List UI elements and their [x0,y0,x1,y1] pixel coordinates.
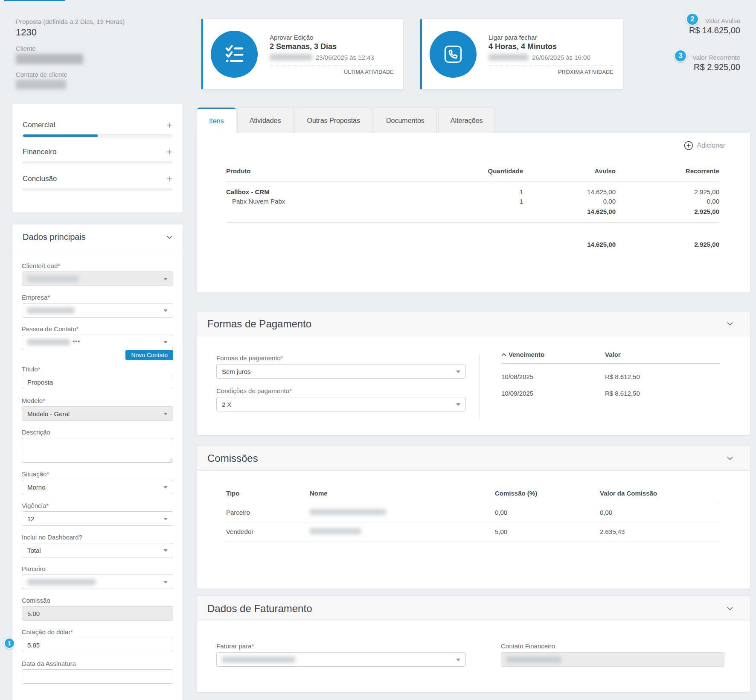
stage-comercial-add-button[interactable]: + [166,121,172,129]
comissao-input[interactable]: 5.00 [22,606,173,621]
items-total-row: 14.625,00 2.925,00 [226,241,719,248]
pessoa-contato-select[interactable]: *** [22,335,173,349]
dropdown-arrow-icon [163,278,168,280]
cliente-lead-label: Cliente/Lead* [22,262,173,269]
col-avulso: Avulso [523,167,616,175]
checklist-icon [211,31,258,78]
contato-financeiro-value-redacted [506,656,561,663]
cotacao-dolar-input-value[interactable] [27,642,168,649]
data-assinatura-input[interactable] [22,669,173,684]
chevron-down-icon[interactable] [727,456,733,460]
col-quantidade: Quantidade [451,167,523,175]
dropdown-arrow-icon [456,370,460,373]
client-contact-label: Contato de cliente [16,71,125,78]
stage-conclusao-label: Conclusão [23,175,57,183]
stage-conclusao-add-button[interactable]: + [166,175,172,183]
dropdown-arrow-icon [163,581,168,583]
cotacao-dolar-label: Cotação do dólar* [22,628,173,636]
valor-avulso-label: Valor Avulso [705,17,740,24]
next-activity-card[interactable]: Ligar para fechar 4 Horas, 4 Minutos 26/… [420,19,623,89]
chevron-down-icon[interactable] [166,235,172,239]
col-valor: Valor [605,351,720,358]
last-activity-title: Aprovar Edição [270,34,394,41]
cotacao-dolar-input[interactable] [22,638,173,652]
vigencia-value: 12 [27,515,35,522]
main-tabs: Itens Atividades Outras Propostas Docume… [197,108,496,133]
resize-grip-icon[interactable] [168,458,172,461]
valor-recorrente-label: Valor Recorrente [692,54,740,61]
empresa-value-redacted [27,307,74,314]
novo-contato-button[interactable]: Novo Contato [125,350,173,360]
condicoes-pagamento-select[interactable]: 2 X [216,397,466,411]
col-comissao-pct: Comissão (%) [495,490,600,497]
next-activity-title: Ligar para fechar [488,34,614,41]
condicoes-pagamento-label: Condições de pagamento* [216,387,466,394]
comissao-value: 5.00 [27,610,40,617]
item-row[interactable]: Callbox - CRM 1 14.625,00 2.925,00 [226,181,719,196]
chevron-down-icon[interactable] [727,607,733,610]
stage-progress-card: Comercial + Financeiro + Conclusão + [12,104,183,213]
dados-principais-title: Dados principais [23,232,86,242]
last-activity-card[interactable]: Aprovar Edição 2 Semanas, 3 Dias 23/06/2… [201,19,403,89]
formas-pagamento-value: Sem juros [222,368,251,375]
itens-panel: Adicionar Produto Quantidade Avulso Reco… [197,133,750,292]
add-circle-icon[interactable] [684,141,693,150]
valor-avulso-value: R$ 14.625,00 [689,26,740,35]
itens-table: Produto Quantidade Avulso Recorrente Cal… [226,167,719,248]
dashboard-value: Total [27,547,41,554]
data-assinatura-input-value[interactable] [27,673,168,680]
faturar-para-select[interactable] [216,652,466,667]
stage-financeiro-add-button[interactable]: + [166,148,172,156]
col-valor-comissao: Valor da Comissão [600,490,719,497]
data-assinatura-label: Data da Assinatura [22,660,173,667]
dropdown-arrow-icon [163,341,168,344]
step-badge-1: 1 [4,638,15,649]
vencimento-row: 10/08/2025 R$ 8.612,50 [501,364,720,380]
col-nome: Nome [310,490,495,497]
stage-financeiro-label: Financeiro [23,148,56,156]
comissoes-table: Tipo Nome Comissão (%) Valor da Comissão… [226,490,719,542]
cliente-lead-select[interactable] [22,271,173,286]
tab-outras-propostas[interactable]: Outras Propostas [295,108,373,133]
last-activity-caption: ÚLTIMA ATIVIDADE [270,69,394,75]
modelo-label: Modelo* [22,397,173,404]
item-row[interactable]: Pabx Nuvem Pabx 1 0,00 0,00 [226,196,719,205]
dropdown-arrow-icon [456,659,460,661]
descricao-textarea[interactable] [22,438,173,463]
col-vencimento-sort[interactable]: Vencimento [501,351,605,358]
contato-financeiro-label: Contato Financeiro [501,642,724,650]
proposal-label: Proposta (definida a 2 Dias, 19 Horas) [16,18,125,25]
next-activity-user-redacted [488,54,529,61]
pessoa-contato-value-redacted [27,339,70,345]
vencimento-row: 10/09/2025 R$ 8.612,50 [501,380,720,397]
situacao-label: Situação* [22,470,173,478]
dados-principais-card: Dados principais Cliente/Lead* Empresa* [12,225,183,700]
tab-itens[interactable]: Itens [197,108,236,133]
empresa-label: Empresa* [22,294,173,301]
situacao-value: Morno [27,484,46,491]
comissao-nome-redacted [310,528,361,534]
faturar-para-value-redacted [222,656,295,663]
comissao-row: Parceiro 0,00 0,00 [226,503,719,522]
dashboard-select[interactable]: Total [22,543,173,557]
tab-atividades[interactable]: Atividades [237,108,294,133]
situacao-select[interactable]: Morno [22,480,173,494]
empresa-select[interactable] [22,303,173,318]
modelo-select[interactable]: Modelo - Geral [22,406,173,421]
adicionar-item-button[interactable]: Adicionar [697,142,725,149]
parceiro-select[interactable] [22,575,173,589]
formas-pagamento-select[interactable]: Sem juros [216,364,466,379]
tab-documentos[interactable]: Documentos [374,108,437,133]
next-activity-duration: 4 Horas, 4 Minutos [488,42,614,51]
chevron-down-icon[interactable] [727,322,733,326]
vigencia-select[interactable]: 12 [22,511,173,526]
dados-faturamento-title: Dados de Faturamento [207,603,312,615]
titulo-input-value[interactable] [27,379,168,386]
contato-financeiro-input[interactable] [501,652,724,667]
titulo-label: Título* [22,365,173,373]
pessoa-contato-label: Pessoa de Contato* [22,325,173,332]
tab-alteracoes[interactable]: Alterações [438,108,495,133]
comissao-nome-redacted [310,509,386,515]
dropdown-arrow-icon [163,486,168,489]
titulo-input[interactable] [22,375,173,389]
